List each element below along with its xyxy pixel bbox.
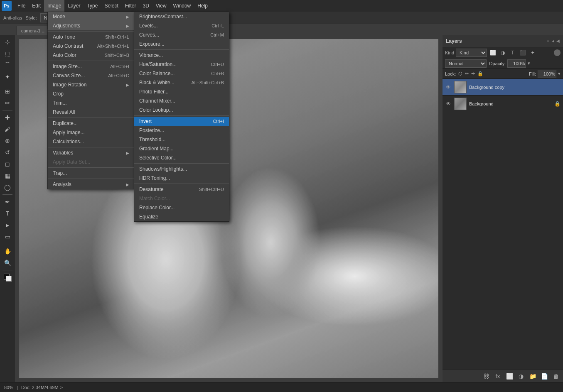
adj-desaturate[interactable]: Desaturate Shift+Ctrl+U bbox=[134, 185, 229, 194]
lock-all-icon[interactable]: 🔒 bbox=[477, 71, 483, 76]
menu-3d[interactable]: 3D bbox=[139, 0, 152, 12]
eyedropper-tool[interactable]: ✏ bbox=[2, 98, 13, 108]
image-menu-auto-tone[interactable]: Auto Tone Shift+Ctrl+L bbox=[48, 32, 134, 42]
marquee-tool[interactable]: ⬚ bbox=[2, 48, 13, 59]
adj-channel-mixer[interactable]: Channel Mixer... bbox=[134, 96, 229, 105]
filter-active[interactable] bbox=[554, 49, 561, 56]
image-menu-crop[interactable]: Crop bbox=[48, 89, 134, 98]
image-menu-canvas-size[interactable]: Canvas Size... Alt+Ctrl+C bbox=[48, 71, 134, 80]
layer-link-icon[interactable]: ⛓ bbox=[482, 372, 491, 381]
brush-tool[interactable]: 🖌 bbox=[2, 124, 13, 135]
healing-brush-tool[interactable]: ✚ bbox=[2, 112, 13, 123]
fill-arrow[interactable]: ▾ bbox=[558, 71, 561, 76]
gradient-tool[interactable]: ▦ bbox=[2, 170, 13, 181]
adj-color-balance[interactable]: Color Balance... Ctrl+B bbox=[134, 69, 229, 78]
image-menu-analysis[interactable]: Analysis ▶ bbox=[48, 180, 134, 189]
adj-exposure[interactable]: Exposure... bbox=[134, 39, 229, 49]
adj-hue-saturation[interactable]: Hue/Saturation... Ctrl+U bbox=[134, 60, 229, 69]
image-menu-calculations[interactable]: Calculations... bbox=[48, 137, 134, 146]
text-tool[interactable]: T bbox=[2, 208, 13, 219]
adj-hdr-toning[interactable]: HDR Toning... bbox=[134, 174, 229, 183]
opacity-input[interactable] bbox=[507, 59, 526, 68]
lock-transparent-icon[interactable]: ⬡ bbox=[458, 71, 462, 76]
layer-item-background[interactable]: 👁 Background 🔒 bbox=[443, 96, 563, 112]
adj-posterize[interactable]: Posterize... bbox=[134, 126, 229, 135]
adj-equalize[interactable]: Equalize bbox=[134, 212, 229, 221]
image-menu-duplicate[interactable]: Duplicate... bbox=[48, 119, 134, 128]
image-menu-auto-color[interactable]: Auto Color Shift+Ctrl+B bbox=[48, 51, 134, 60]
path-select-tool[interactable]: ▸ bbox=[2, 220, 13, 230]
doc-info-arrow[interactable]: > bbox=[60, 385, 63, 390]
menu-image[interactable]: Image bbox=[44, 0, 64, 12]
layer-visibility-background[interactable]: 👁 bbox=[445, 100, 452, 107]
blend-mode-select[interactable]: Normal bbox=[445, 59, 487, 68]
image-menu-image-size[interactable]: Image Size... Alt+Ctrl+I bbox=[48, 62, 134, 71]
menu-help[interactable]: Help bbox=[194, 0, 211, 12]
lock-pixels-icon[interactable]: ✏ bbox=[465, 71, 469, 76]
adj-photo-filter[interactable]: Photo Filter... bbox=[134, 87, 229, 96]
layer-visibility-background-copy[interactable]: 👁 bbox=[445, 84, 452, 91]
adj-curves[interactable]: Curves... Ctrl+M bbox=[134, 30, 229, 39]
filter-smart-icon[interactable]: ✦ bbox=[529, 49, 537, 57]
image-menu-apply-image[interactable]: Apply Image... bbox=[48, 128, 134, 137]
adj-brightness-contrast[interactable]: Brightness/Contrast... bbox=[134, 12, 229, 21]
filter-type-icon[interactable]: T bbox=[509, 49, 517, 57]
eraser-tool[interactable]: ◻ bbox=[2, 159, 13, 169]
lasso-tool[interactable]: ⌒ bbox=[2, 60, 13, 71]
move-tool[interactable]: ⊹ bbox=[2, 37, 13, 47]
image-menu-adjustments[interactable]: Adjustments ▶ bbox=[48, 21, 134, 30]
menu-edit[interactable]: Edit bbox=[29, 0, 44, 12]
adj-levels[interactable]: Levels... Ctrl+L bbox=[134, 21, 229, 30]
adj-color-lookup[interactable]: Color Lookup... bbox=[134, 105, 229, 115]
adj-threshold[interactable]: Threshold... bbox=[134, 135, 229, 144]
image-menu-mode[interactable]: Mode ▶ bbox=[48, 12, 134, 21]
layer-mask-icon[interactable]: ⬜ bbox=[505, 372, 514, 381]
adj-selective-color[interactable]: Selective Color... bbox=[134, 153, 229, 162]
image-menu-reveal-all[interactable]: Reveal All bbox=[48, 108, 134, 117]
menu-window[interactable]: Window bbox=[170, 0, 194, 12]
layer-group-icon[interactable]: 📁 bbox=[528, 372, 537, 381]
hand-tool[interactable]: ✋ bbox=[2, 246, 13, 257]
adj-black-white[interactable]: Black & White... Alt+Shift+Ctrl+B bbox=[134, 78, 229, 87]
dodge-tool[interactable]: ◯ bbox=[2, 182, 13, 193]
adj-shadows-highlights[interactable]: Shadows/Highlights... bbox=[134, 164, 229, 174]
layers-panel-collapse[interactable]: ≡ bbox=[547, 39, 549, 43]
foreground-color[interactable] bbox=[2, 272, 13, 283]
lock-position-icon[interactable]: ✛ bbox=[471, 71, 475, 76]
menu-layer[interactable]: Layer bbox=[64, 0, 84, 12]
filter-adjust-icon[interactable]: ◑ bbox=[499, 49, 507, 57]
history-brush-tool[interactable]: ↺ bbox=[2, 147, 13, 158]
shape-tool[interactable]: ▭ bbox=[2, 231, 13, 242]
image-menu-trap[interactable]: Trap... bbox=[48, 169, 134, 178]
menu-file[interactable]: File bbox=[14, 0, 29, 12]
menu-select[interactable]: Select bbox=[101, 0, 121, 12]
layers-panel-close[interactable]: ◀ bbox=[556, 39, 560, 43]
layer-delete-icon[interactable]: 🗑 bbox=[551, 372, 561, 381]
menu-view[interactable]: View bbox=[152, 0, 170, 12]
layer-item-background-copy[interactable]: 👁 Background copy bbox=[443, 79, 563, 96]
clone-stamp-tool[interactable]: ⊗ bbox=[2, 135, 13, 146]
menu-filter[interactable]: Filter bbox=[122, 0, 140, 12]
adj-vibrance[interactable]: Vibrance... bbox=[134, 51, 229, 60]
image-menu-variables[interactable]: Variables ▶ bbox=[48, 148, 134, 157]
layers-panel-options[interactable]: ◂ bbox=[552, 39, 554, 43]
adj-invert[interactable]: Invert Ctrl+I bbox=[134, 117, 229, 126]
filter-shape-icon[interactable]: ⬛ bbox=[519, 49, 527, 57]
image-menu-auto-contrast[interactable]: Auto Contrast Alt+Shift+Ctrl+L bbox=[48, 42, 134, 51]
image-menu-trim[interactable]: Trim... bbox=[48, 98, 134, 108]
layer-new-icon[interactable]: 📄 bbox=[540, 372, 549, 381]
menu-type[interactable]: Type bbox=[84, 0, 101, 12]
layer-fx-icon[interactable]: fx bbox=[493, 372, 502, 381]
pen-tool[interactable]: ✒ bbox=[2, 196, 13, 207]
opacity-arrow[interactable]: ▾ bbox=[528, 61, 530, 66]
fill-input[interactable] bbox=[538, 70, 556, 78]
adj-replace-color[interactable]: Replace Color... bbox=[134, 203, 229, 212]
quick-select-tool[interactable]: ✦ bbox=[2, 71, 13, 82]
layer-adjustment-icon[interactable]: ◑ bbox=[516, 372, 526, 381]
kind-select[interactable]: Kind bbox=[456, 49, 487, 57]
zoom-tool[interactable]: 🔍 bbox=[2, 257, 13, 268]
crop-tool[interactable]: ⊞ bbox=[2, 86, 13, 97]
image-menu-image-rotation[interactable]: Image Rotation ▶ bbox=[48, 80, 134, 89]
filter-pixel-icon[interactable]: ⬜ bbox=[489, 49, 497, 57]
adj-gradient-map[interactable]: Gradient Map... bbox=[134, 144, 229, 153]
